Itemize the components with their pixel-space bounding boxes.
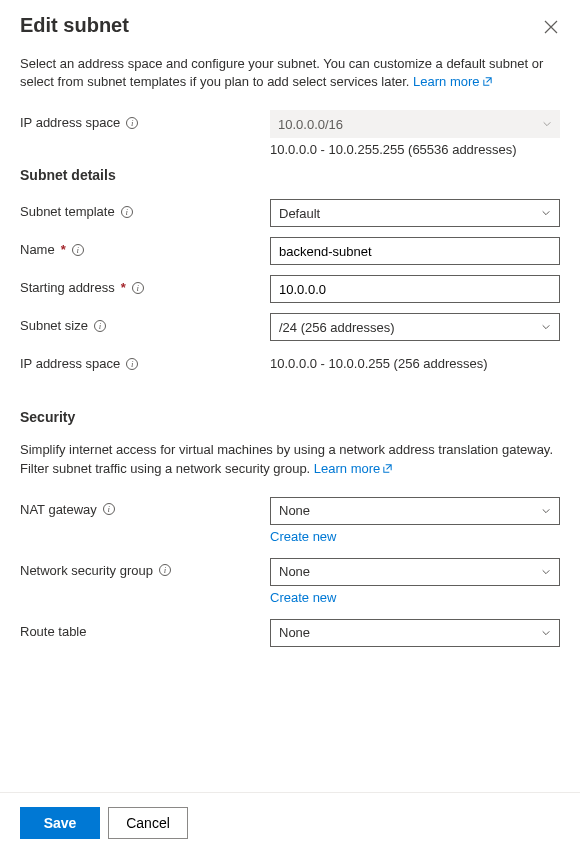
required-indicator: * [61, 242, 66, 257]
info-icon[interactable]: i [103, 503, 115, 515]
ip-address-space-label: IP address space [20, 115, 120, 130]
learn-more-link[interactable]: Learn more [413, 74, 492, 89]
save-button[interactable]: Save [20, 807, 100, 839]
name-input-wrapper [270, 237, 560, 265]
subnet-details-heading: Subnet details [20, 167, 560, 183]
chevron-down-icon [541, 628, 551, 638]
name-input[interactable] [279, 238, 551, 264]
chevron-down-icon [541, 322, 551, 332]
subnet-size-label: Subnet size [20, 318, 88, 333]
chevron-down-icon [541, 567, 551, 577]
security-description: Simplify internet access for virtual mac… [20, 441, 560, 478]
nsg-select[interactable]: None [270, 558, 560, 586]
subnet-ip-space-label: IP address space [20, 356, 120, 371]
info-icon[interactable]: i [94, 320, 106, 332]
subnet-ip-space-value: 10.0.0.0 - 10.0.0.255 (256 addresses) [270, 356, 488, 371]
info-icon[interactable]: i [126, 358, 138, 370]
required-indicator: * [121, 280, 126, 295]
info-icon[interactable]: i [121, 206, 133, 218]
chevron-down-icon [541, 208, 551, 218]
route-table-select[interactable]: None [270, 619, 560, 647]
subnet-size-select[interactable]: /24 (256 addresses) [270, 313, 560, 341]
name-label: Name [20, 242, 55, 257]
nat-create-new-link[interactable]: Create new [270, 529, 336, 544]
nsg-create-new-link[interactable]: Create new [270, 590, 336, 605]
starting-address-input[interactable] [279, 276, 551, 302]
footer-bar: Save Cancel [0, 792, 580, 853]
external-link-icon [382, 461, 393, 479]
route-table-label: Route table [20, 624, 87, 639]
info-icon[interactable]: i [159, 564, 171, 576]
close-icon[interactable] [542, 18, 560, 39]
chevron-down-icon [542, 119, 552, 129]
info-icon[interactable]: i [126, 117, 138, 129]
subnet-template-select[interactable]: Default [270, 199, 560, 227]
chevron-down-icon [541, 506, 551, 516]
starting-address-input-wrapper [270, 275, 560, 303]
cancel-button[interactable]: Cancel [108, 807, 188, 839]
page-title: Edit subnet [20, 14, 129, 37]
external-link-icon [482, 74, 493, 92]
security-learn-more-link[interactable]: Learn more [314, 461, 393, 476]
subnet-template-label: Subnet template [20, 204, 115, 219]
info-icon[interactable]: i [132, 282, 144, 294]
ip-address-space-range: 10.0.0.0 - 10.0.255.255 (65536 addresses… [270, 142, 560, 157]
ip-address-space-select[interactable]: 10.0.0.0/16 [270, 110, 560, 138]
info-icon[interactable]: i [72, 244, 84, 256]
nat-gateway-select[interactable]: None [270, 497, 560, 525]
security-heading: Security [20, 409, 560, 425]
starting-address-label: Starting address [20, 280, 115, 295]
nsg-label: Network security group [20, 563, 153, 578]
page-description: Select an address space and configure yo… [20, 55, 560, 92]
nat-gateway-label: NAT gateway [20, 502, 97, 517]
